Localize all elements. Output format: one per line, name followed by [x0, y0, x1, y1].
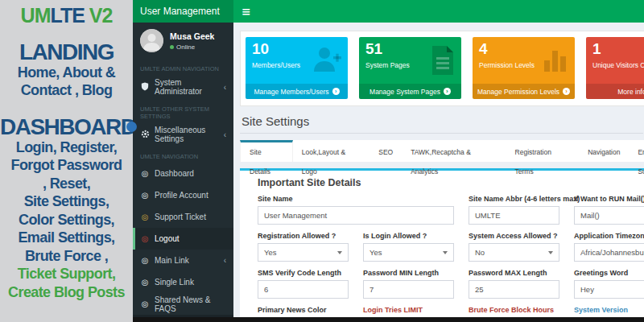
user-plus-icon: [312, 44, 344, 80]
tab-seo[interactable]: SEO: [369, 140, 402, 162]
promo-dashboard-line: Email Settings,: [0, 229, 133, 247]
bullseye-icon: ◎: [140, 256, 150, 265]
password-min-input[interactable]: [363, 280, 454, 299]
stat-card-unique-visitors: 1 Unique Visitors Count More info›: [586, 37, 644, 99]
user-panel: Musa Geek Online: [133, 23, 233, 59]
field-password-max: Password MAX Length: [469, 269, 559, 299]
sidebar-item-miscellaneous-settings[interactable]: Miscellaneous Settings ‹: [133, 122, 233, 147]
tab-tawk-recaptcha-analytics[interactable]: TAWK,Recaptcha & Analytics: [402, 140, 506, 162]
field-run-mail: If Want to RUN Mail() php f: [574, 195, 644, 225]
bullseye-icon: ◎: [140, 213, 150, 221]
field-registration-allowed: Registration Allowed ? Yes: [258, 232, 349, 262]
footer-label: Manage System Pages: [369, 88, 440, 96]
footer-label: Manage Members/Users: [254, 88, 328, 96]
more-info-link[interactable]: More info›: [586, 84, 644, 99]
manage-permission-levels-link[interactable]: Manage Permission Levels›: [473, 84, 575, 99]
greetings-word-input[interactable]: [574, 280, 644, 299]
run-mail-input[interactable]: [574, 206, 644, 225]
sidebar-item-dashboard[interactable]: ◎Dashboard: [133, 163, 233, 184]
promo-title: UMLTE V2: [0, 4, 133, 27]
field-label: Password MAX Length: [469, 269, 559, 277]
tab-look-layout-logo[interactable]: Look,Layout & Logo: [293, 140, 369, 162]
form-grid: Site Name Site Name Abbr (4-6 letters ma…: [240, 188, 644, 322]
sidebar-item-label: Miscellaneous Settings: [155, 126, 219, 143]
sidebar-section-navigation: UMLTE NAVIGATION: [133, 147, 233, 163]
form-section-title: Important Site Details: [240, 171, 644, 188]
sidebar-section-other-system-settings: UMLTE OTHER SYSTEM SETTINGS: [133, 99, 233, 122]
tab-navigation[interactable]: Navigation: [579, 140, 629, 162]
tab-email-subjects[interactable]: Email Subjects: [629, 140, 644, 162]
sidebar-item-label: Logout: [155, 234, 180, 243]
user-status: Online: [170, 43, 214, 51]
settings-tab-bar: Site Details Look,Layout & Logo SEO TAWK…: [240, 140, 644, 162]
sidebar-item-support-ticket[interactable]: ◎Support Ticket: [133, 206, 233, 228]
sidebar-item-label: System Administrator: [155, 78, 219, 96]
sidebar-item-system-administrator[interactable]: System Administrator ‹: [133, 75, 233, 99]
stat-cards-panel: 10 Members/Users Manage Members/Users› 5…: [240, 31, 644, 106]
tab-registration-terms[interactable]: Registration Terms: [506, 140, 580, 162]
app-window: UMLTE V2 LANDING Home, About & Contact ,…: [0, 0, 644, 322]
user-status-label: Online: [176, 43, 195, 51]
caret-down-icon: [337, 251, 342, 254]
promo-title-um: UM: [21, 4, 51, 27]
selected-value: No: [475, 248, 485, 257]
promo-landing-heading: LANDING: [0, 41, 133, 64]
promo-dashboard-line: Site Settings,: [0, 192, 133, 211]
field-label: Registration Allowed ?: [258, 232, 349, 240]
bullseye-icon: ◎: [140, 191, 150, 200]
promo-title-v2: V2: [85, 4, 113, 27]
promo-landing-line: Home, About &: [0, 64, 133, 82]
promo-dashboard-heading: DASHBOARD: [0, 116, 133, 138]
arrow-circle-icon: ›: [444, 88, 451, 95]
chevron-left-icon: ‹: [224, 83, 226, 92]
field-sms-code-length: SMS Verify Code Length: [258, 269, 349, 299]
system-access-select[interactable]: No: [469, 243, 559, 262]
registration-allowed-select[interactable]: Yes: [258, 243, 349, 262]
field-label: Site Name Abbr (4-6 letters max): [469, 195, 559, 203]
sms-code-length-input[interactable]: [258, 280, 349, 299]
content-area: 10 Members/Users Manage Members/Users› 5…: [233, 23, 644, 321]
bullseye-icon: ◎: [140, 169, 150, 178]
sidebar-item-main-link[interactable]: ◎Main Link‹: [133, 250, 233, 271]
caret-down-icon: [548, 251, 553, 254]
caret-down-icon: [443, 251, 448, 254]
stat-label: Unique Visitors Count: [586, 58, 644, 69]
site-abbr-input[interactable]: [469, 206, 559, 225]
sidebar-item-logout[interactable]: ◎Logout: [133, 228, 233, 250]
promo-dashboard-line: Login, Register,: [0, 138, 133, 157]
app-logo-title[interactable]: User Management: [133, 0, 233, 23]
field-system-access: System Access Allowed ? No: [469, 232, 559, 262]
field-label: System Access Allowed ?: [469, 232, 559, 240]
stat-card-permission-levels: 4 Permission Levels Manage Permission Le…: [473, 37, 575, 99]
promo-dashboard-line: Ticket Support,: [0, 265, 133, 283]
field-password-min: Password MIN Length: [363, 269, 454, 299]
promo-landing-line: Contact , Blog: [0, 81, 133, 100]
user-silhouette-icon: [140, 29, 163, 52]
site-name-input[interactable]: [258, 206, 454, 225]
site-details-form-box: Important Site Details Site Name Site Na…: [240, 168, 644, 321]
password-max-input[interactable]: [469, 280, 559, 299]
stat-card-members-users: 10 Members/Users Manage Members/Users›: [246, 37, 348, 99]
hamburger-menu-icon[interactable]: ≡: [242, 5, 251, 18]
bar-chart-icon: [542, 44, 571, 78]
login-allowed-select[interactable]: Yes: [363, 243, 454, 262]
sidebar: User Management Musa Geek Online UMLTE A…: [133, 0, 233, 322]
field-label: SMS Verify Code Length: [258, 269, 349, 277]
page-title: Site Settings: [240, 114, 643, 134]
promo-blue-dot-decoration: [126, 122, 137, 132]
sidebar-item-shared-news-faqs[interactable]: ◎Shared News & FAQS: [133, 293, 233, 315]
manage-system-pages-link[interactable]: Manage System Pages›: [359, 84, 461, 99]
arrow-circle-icon: ›: [563, 88, 570, 95]
field-label: Is Login Allowed ?: [363, 232, 454, 240]
tab-site-details[interactable]: Site Details: [240, 140, 293, 162]
timezone-input[interactable]: [574, 243, 644, 262]
sidebar-item-single-link[interactable]: ◎Single Link: [133, 271, 233, 293]
footer-label: More info: [617, 88, 644, 96]
sidebar-item-profile-account[interactable]: ◎Profile Account: [133, 184, 233, 206]
field-label: Brute Force Block Hours: [469, 306, 559, 314]
manage-members-users-link[interactable]: Manage Members/Users›: [246, 84, 348, 99]
sidebar-item-label: Profile Account: [155, 191, 208, 200]
avatar: [140, 29, 163, 52]
selected-value: Yes: [264, 248, 277, 257]
stat-card-system-pages: 51 System Pages Manage System Pages›: [359, 37, 461, 99]
